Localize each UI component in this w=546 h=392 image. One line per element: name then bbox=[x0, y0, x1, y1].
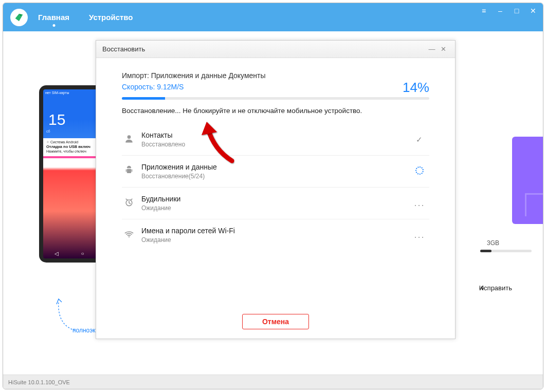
dialog-close-icon[interactable]: ✕ bbox=[438, 45, 449, 53]
category-row: Приложения и данныеВосстановление(5/24) bbox=[122, 155, 429, 187]
import-line: Импорт: Приложения и данные Документы bbox=[122, 71, 429, 80]
category-row: Имена и пароли сетей Wi-FiОжидание... bbox=[122, 219, 429, 251]
category-state: ... bbox=[412, 198, 427, 209]
phone-notif-sub: Нажмите, чтобы отключ bbox=[46, 150, 86, 153]
speed-line: Скорость: 9.12M/S bbox=[122, 83, 429, 91]
storage-label: 3GB bbox=[487, 239, 499, 247]
wifi-icon bbox=[124, 229, 141, 241]
svg-rect-4 bbox=[126, 169, 127, 172]
version-label: HiSuite 10.0.1.100_OVE bbox=[8, 379, 70, 385]
restore-dialog: Восстановить — ✕ Импорт: Приложения и да… bbox=[96, 40, 456, 339]
percent-label: 14% bbox=[403, 80, 429, 96]
category-status: Ожидание bbox=[141, 236, 412, 244]
right-illustration bbox=[512, 137, 543, 224]
minimize-icon[interactable]: – bbox=[496, 6, 505, 15]
category-title: Будильники bbox=[141, 195, 412, 203]
person-icon bbox=[124, 134, 141, 146]
category-status: Ожидание bbox=[141, 204, 412, 212]
svg-point-0 bbox=[128, 135, 131, 139]
category-list: КонтактыВосстановлено✓Приложения и данны… bbox=[122, 124, 429, 251]
fix-link[interactable]: Исправить bbox=[479, 284, 512, 292]
category-title: Контакты bbox=[141, 131, 412, 139]
category-title: Приложения и данные bbox=[141, 163, 412, 171]
category-row: КонтактыВосстановлено✓ bbox=[122, 124, 429, 155]
alarm-icon bbox=[124, 197, 141, 210]
category-state bbox=[412, 166, 427, 176]
nav-back-icon: ◁ bbox=[54, 251, 59, 256]
nav-tabs: ГлавнаяУстройство bbox=[35, 13, 141, 22]
svg-point-7 bbox=[129, 236, 130, 237]
menu-icon[interactable]: ≡ bbox=[479, 6, 488, 15]
restoring-message: Восстановление... Не блокируйте и не отк… bbox=[122, 107, 429, 115]
category-title: Имена и пароли сетей Wi-Fi bbox=[141, 227, 412, 235]
category-row: БудильникиОжидание... bbox=[122, 187, 429, 219]
svg-rect-5 bbox=[132, 169, 133, 172]
phone-notif-from: Система Android bbox=[50, 140, 78, 144]
main-header: ГлавнаяУстройство ≡ – □ ✕ bbox=[3, 3, 543, 31]
category-state: ✓ bbox=[412, 135, 427, 144]
window-controls: ≡ – □ ✕ bbox=[479, 6, 538, 15]
dialog-titlebar: Восстановить — ✕ bbox=[96, 41, 455, 58]
app-footer: HiSuite 10.0.1.100_OVE bbox=[3, 375, 543, 389]
cancel-button[interactable]: Отмена bbox=[242, 314, 309, 329]
dialog-minimize-icon[interactable]: — bbox=[426, 45, 438, 53]
dialog-title: Восстановить bbox=[102, 45, 145, 53]
close-icon[interactable]: ✕ bbox=[529, 6, 538, 15]
category-status: Восстановление(5/24) bbox=[141, 173, 412, 180]
nav-tab[interactable]: Главная bbox=[35, 13, 72, 22]
nav-tab[interactable]: Устройство bbox=[86, 13, 136, 22]
progress-bar bbox=[122, 97, 429, 100]
storage-bar bbox=[480, 250, 532, 252]
maximize-icon[interactable]: □ bbox=[512, 6, 521, 15]
svg-rect-1 bbox=[127, 169, 131, 173]
category-status: Восстановлено bbox=[141, 141, 412, 148]
category-state: ... bbox=[412, 230, 427, 240]
app-logo bbox=[10, 9, 28, 26]
nav-home-icon: ○ bbox=[81, 251, 84, 256]
app-window: ГлавнаяУстройство ≡ – □ ✕ нет SIM-карты … bbox=[3, 3, 543, 389]
android-icon bbox=[124, 165, 141, 178]
phone-status-left: нет SIM-карты bbox=[45, 91, 69, 95]
